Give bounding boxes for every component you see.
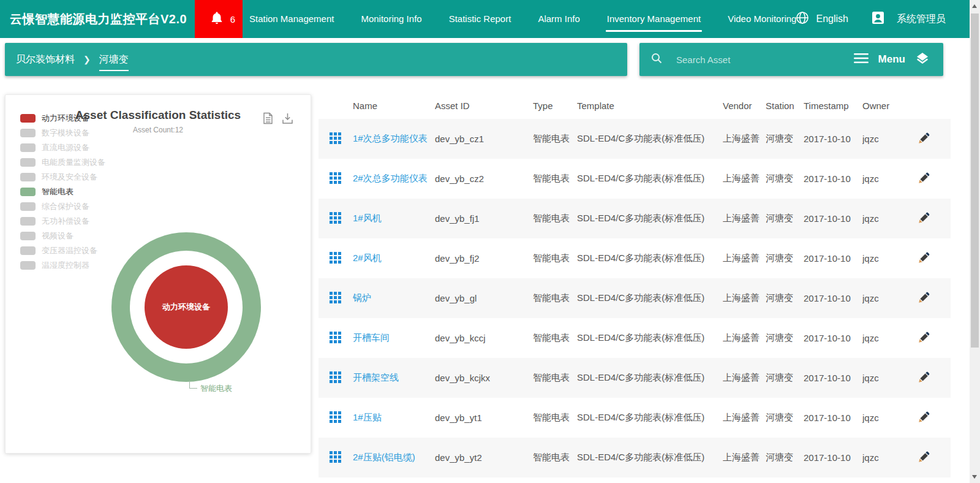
asset-type: 智能电表 [533, 292, 577, 304]
breadcrumb: 贝尔装饰材料 ❯ 河塘变 [5, 43, 627, 76]
scroll-up-arrow-icon[interactable] [972, 4, 977, 8]
nav-right-cluster: English 系统管理员 [796, 0, 946, 38]
nav-item[interactable]: Alarm Info [524, 0, 593, 38]
asset-timestamp: 2017-10-10 [804, 253, 862, 264]
edit-pencil-button[interactable] [918, 251, 930, 265]
user-avatar-icon[interactable] [872, 11, 884, 27]
asset-name-link[interactable]: 开槽架空线 [353, 372, 435, 384]
nav-item[interactable]: Statistic Report [435, 0, 525, 38]
asset-owner: jqzc [862, 293, 898, 303]
asset-grid-icon[interactable] [318, 212, 353, 226]
asset-owner: jqzc [862, 333, 898, 343]
legend-item[interactable]: 变压器温控设备 [20, 243, 105, 258]
legend-item[interactable]: 直流电源设备 [20, 140, 105, 155]
layers-icon[interactable] [915, 51, 930, 68]
asset-name-link[interactable]: 开槽车间 [353, 332, 435, 344]
legend-item[interactable]: 温湿度控制器 [20, 258, 105, 273]
asset-grid-icon[interactable] [318, 172, 353, 186]
vertical-scrollbar[interactable] [970, 0, 980, 483]
legend-item[interactable]: 电能质量监测设备 [20, 155, 105, 170]
col-timestamp: Timestamp [804, 101, 862, 111]
legend-item[interactable]: 环境及安全设备 [20, 170, 105, 184]
legend-item[interactable]: 动力环境设备 [20, 111, 105, 126]
asset-timestamp: 2017-10-10 [804, 333, 862, 343]
asset-station: 河塘变 [766, 133, 804, 145]
asset-template: SDL-ED4/C多功能表(标准低压) [577, 372, 723, 384]
asset-owner: jqzc [862, 413, 898, 423]
pie-callout-line [189, 381, 197, 389]
asset-name-link[interactable]: 1#风机 [353, 213, 435, 224]
asset-type: 智能电表 [533, 372, 577, 384]
edit-pencil-button[interactable] [918, 211, 930, 226]
pie-inner-label: 动力环境设备 [162, 302, 210, 313]
nav-item[interactable]: Monitoring Info [347, 0, 435, 38]
user-name[interactable]: 系统管理员 [897, 13, 946, 26]
asset-id: dev_yb_kccj [435, 333, 533, 343]
asset-name-link[interactable]: 2#压贴(铝电缆) [353, 452, 435, 463]
asset-grid-icon[interactable] [318, 371, 353, 385]
nav-item[interactable]: Station Management [236, 0, 347, 38]
edit-pencil-button[interactable] [918, 451, 930, 465]
table-header: Name Asset ID Type Template Vendor Stati… [318, 92, 951, 119]
asset-template: SDL-ED4/C多功能表(标准低压) [577, 332, 723, 344]
asset-template: SDL-ED4/C多功能表(标准低压) [577, 173, 723, 184]
legend-swatch [20, 143, 36, 152]
asset-id: dev_yb_cz1 [435, 134, 533, 144]
scrollbar-thumb[interactable] [971, 13, 979, 348]
menu-button[interactable]: Menu [878, 53, 905, 66]
col-template: Template [577, 101, 723, 111]
asset-vendor: 上海盛善 [723, 412, 766, 424]
asset-owner: jqzc [862, 253, 898, 264]
legend-item[interactable]: 综合保护设备 [20, 199, 105, 214]
breadcrumb-parent[interactable]: 贝尔装饰材料 [16, 53, 75, 66]
breadcrumb-current[interactable]: 河塘变 [99, 53, 129, 71]
asset-timestamp: 2017-10-10 [804, 293, 862, 303]
asset-id: dev_yb_fj2 [435, 253, 533, 264]
globe-icon[interactable] [796, 11, 809, 27]
asset-toolbar: Menu [639, 43, 943, 76]
edit-pencil-button[interactable] [918, 291, 930, 305]
asset-timestamp: 2017-10-10 [804, 413, 862, 423]
hamburger-icon[interactable] [854, 53, 869, 66]
nav-item[interactable]: Inventory Management [594, 0, 714, 38]
asset-grid-icon[interactable] [318, 292, 353, 305]
legend-item[interactable]: 视频设备 [20, 229, 105, 243]
asset-timestamp: 2017-10-10 [804, 373, 862, 383]
legend-swatch [20, 232, 36, 240]
table-row: 1#次总多功能仪表 dev_yb_cz1 智能电表 SDL-ED4/C多功能表(… [318, 119, 951, 159]
asset-name-link[interactable]: 1#压贴 [353, 412, 435, 424]
asset-station: 河塘变 [766, 292, 804, 304]
asset-grid-icon[interactable] [318, 411, 353, 425]
bell-icon [211, 11, 223, 27]
asset-grid-icon[interactable] [318, 252, 353, 265]
col-station: Station [766, 101, 804, 111]
pie-callout-label: 智能电表 [200, 383, 232, 394]
asset-name-link[interactable]: 2#风机 [353, 253, 435, 264]
asset-name-link[interactable]: 锅炉 [353, 292, 435, 304]
asset-grid-icon[interactable] [318, 451, 353, 465]
edit-pencil-button[interactable] [918, 132, 930, 146]
edit-pencil-button[interactable] [918, 172, 930, 186]
legend-item[interactable]: 数字模块设备 [20, 126, 105, 140]
edit-pencil-button[interactable] [918, 331, 930, 345]
legend-item[interactable]: 无功补偿设备 [20, 214, 105, 229]
edit-pencil-button[interactable] [918, 371, 930, 385]
edit-pencil-button[interactable] [918, 411, 930, 425]
asset-name-link[interactable]: 1#次总多功能仪表 [353, 133, 435, 145]
scroll-down-arrow-icon[interactable] [972, 475, 977, 479]
download-icon[interactable] [282, 112, 293, 127]
pie-inner-slice[interactable]: 动力环境设备 [145, 265, 228, 349]
legend-item[interactable]: 智能电表 [20, 184, 105, 199]
asset-grid-icon[interactable] [318, 332, 353, 345]
language-switch[interactable]: English [816, 13, 848, 25]
legend-swatch [20, 188, 36, 196]
asset-station: 河塘变 [766, 332, 804, 344]
search-input[interactable] [676, 55, 817, 65]
asset-vendor: 上海盛善 [723, 372, 766, 384]
asset-name-link[interactable]: 2#次总多功能仪表 [353, 173, 435, 184]
asset-grid-icon[interactable] [318, 132, 353, 146]
data-view-icon[interactable] [263, 112, 273, 127]
asset-type: 智能电表 [533, 133, 577, 145]
legend-swatch [20, 202, 36, 211]
chart-toolbox [263, 112, 293, 127]
